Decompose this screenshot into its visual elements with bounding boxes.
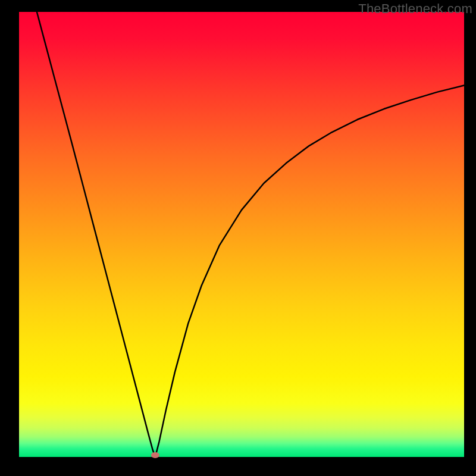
plot-area	[19, 12, 464, 457]
curve-left-branch	[37, 12, 155, 457]
curve-right-branch	[155, 85, 464, 457]
watermark-text: TheBottleneck.com	[358, 1, 472, 17]
minimum-point-marker	[151, 452, 159, 458]
curve-layer	[19, 12, 464, 457]
chart-frame: TheBottleneck.com	[0, 0, 476, 476]
